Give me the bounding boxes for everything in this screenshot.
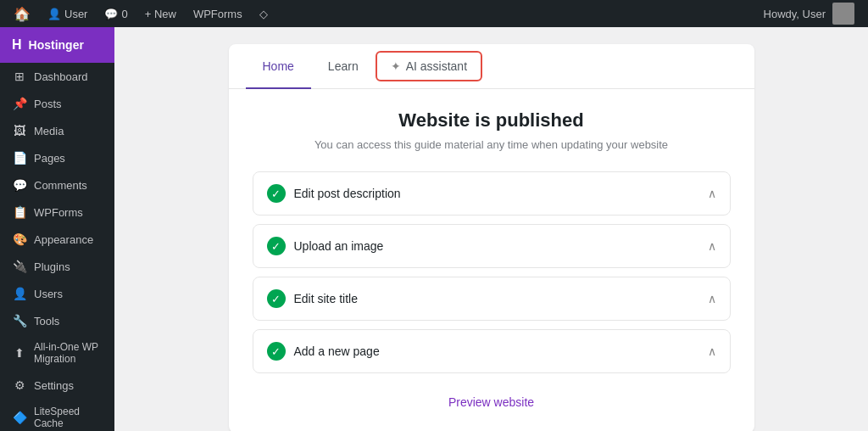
dashboard-icon: ⊞ (12, 70, 27, 83)
accordion-header-edit-post[interactable]: ✓ Edit post description ∧ (253, 172, 730, 215)
wpforms-icon: 📋 (12, 205, 27, 219)
avatar (832, 3, 854, 25)
check-icon-edit-title: ✓ (267, 289, 286, 308)
hostinger-logo[interactable]: H Hostinger (0, 27, 114, 63)
accordion-item-edit-post[interactable]: ✓ Edit post description ∧ (253, 171, 731, 216)
panel-body: Website is published You can access this… (229, 89, 754, 431)
panel: Home Learn ✦ AI assistant Website is pub… (229, 44, 754, 431)
site-name[interactable]: 👤 User (41, 0, 94, 27)
sidebar-item-wpforms[interactable]: 📋 WPForms (0, 199, 114, 226)
wpforms-menu[interactable]: WPForms (186, 0, 249, 27)
panel-title: Website is published (253, 109, 731, 132)
accordion-header-upload-image[interactable]: ✓ Upload an image ∧ (253, 225, 730, 267)
sidebar-item-appearance[interactable]: 🎨 Appearance (0, 226, 114, 253)
sidebar-item-dashboard[interactable]: ⊞ Dashboard (0, 63, 114, 90)
sidebar-item-media[interactable]: 🖼 Media (0, 117, 114, 144)
accordion-left: ✓ Upload an image (267, 237, 384, 255)
posts-icon: 📌 (12, 97, 27, 110)
chevron-up-icon-add-page: ∧ (708, 344, 716, 358)
sidebar-item-pages[interactable]: 📄 Pages (0, 144, 114, 171)
accordion-item-add-page[interactable]: ✓ Add a new page ∧ (253, 329, 731, 373)
accordion-item-edit-title[interactable]: ✓ Edit site title ∧ (253, 277, 731, 321)
sidebar-item-users[interactable]: 👤 Users (0, 280, 114, 307)
accordion-header-add-page[interactable]: ✓ Add a new page ∧ (253, 330, 730, 372)
pages-icon: 📄 (12, 151, 27, 165)
tab-learn[interactable]: Learn (311, 44, 376, 89)
howdy-user[interactable]: Howdy, User (757, 0, 861, 27)
hostinger-icon: H (12, 37, 22, 53)
tools-icon: 🔧 (12, 314, 27, 327)
diamond-icon: ◇ (259, 8, 268, 20)
plugins-icon: 🔌 (12, 260, 27, 273)
tab-bar: Home Learn ✦ AI assistant (229, 44, 754, 89)
media-icon: 🖼 (12, 124, 27, 137)
accordion-left: ✓ Add a new page (267, 342, 380, 361)
migration-icon: ⬆ (12, 346, 27, 360)
wp-logo[interactable]: 🏠 (7, 0, 37, 27)
panel-subtitle: You can access this guide material any t… (253, 138, 731, 151)
accordion-left: ✓ Edit site title (267, 289, 358, 308)
sidebar-item-migration[interactable]: ⬆ All-in-One WP Migration (0, 334, 114, 372)
accordion-left: ✓ Edit post description (267, 184, 401, 203)
check-icon-edit-post: ✓ (267, 184, 286, 203)
preview-website-link[interactable]: Preview website (253, 382, 731, 416)
chevron-up-icon-edit-title: ∧ (708, 292, 716, 305)
sidebar: H Hostinger ⊞ Dashboard 📌 Posts 🖼 Media … (0, 27, 114, 431)
users-icon: 👤 (12, 287, 27, 300)
wp-icon: 🏠 (14, 6, 31, 22)
accordion-header-edit-title[interactable]: ✓ Edit site title ∧ (253, 277, 730, 320)
diamond-icon-item[interactable]: ◇ (253, 0, 275, 27)
litespeed-icon: 🔷 (12, 411, 27, 424)
comment-icon: 💬 (104, 8, 118, 20)
comments-link[interactable]: 💬 0 (97, 0, 134, 27)
settings-icon: ⚙ (12, 378, 27, 392)
site-icon: 👤 (47, 8, 61, 20)
sidebar-item-posts[interactable]: 📌 Posts (0, 90, 114, 117)
tab-ai-assistant[interactable]: ✦ AI assistant (376, 51, 482, 81)
sidebar-item-tools[interactable]: 🔧 Tools (0, 307, 114, 334)
chevron-up-icon-edit-post: ∧ (708, 187, 716, 200)
sparkle-icon: ✦ (391, 59, 401, 73)
sidebar-item-comments[interactable]: 💬 Comments (0, 171, 114, 199)
sidebar-item-plugins[interactable]: 🔌 Plugins (0, 253, 114, 280)
check-icon-add-page: ✓ (267, 342, 286, 361)
check-icon-upload-image: ✓ (267, 237, 286, 255)
new-content[interactable]: + New (138, 0, 183, 27)
tab-home[interactable]: Home (246, 44, 311, 89)
sidebar-item-litespeed[interactable]: 🔷 LiteSpeed Cache (0, 399, 114, 431)
appearance-icon: 🎨 (12, 232, 27, 246)
main-content: Home Learn ✦ AI assistant Website is pub… (114, 27, 868, 431)
chevron-up-icon-upload-image: ∧ (708, 239, 716, 253)
sidebar-item-settings[interactable]: ⚙ Settings (0, 372, 114, 399)
admin-bar: 🏠 👤 User 💬 0 + New WPForms ◇ Howdy, User (0, 0, 868, 27)
accordion-item-upload-image[interactable]: ✓ Upload an image ∧ (253, 224, 731, 268)
comments-icon: 💬 (12, 178, 27, 192)
